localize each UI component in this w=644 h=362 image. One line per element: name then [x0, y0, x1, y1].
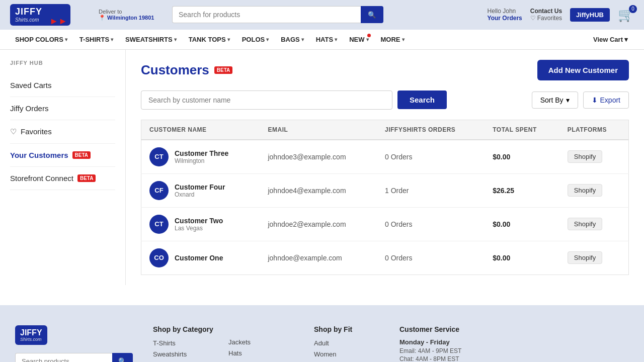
main-layout: JIFFY HUB Saved Carts Jiffy Orders ♡ Fav… [0, 50, 644, 285]
customer-name-cell[interactable]: CT Customer Two Las Vegas [141, 207, 260, 241]
search-row: Search Sort By ▾ ⬇ Export [141, 90, 629, 110]
sidebar-item-saved-carts[interactable]: Saved Carts [10, 74, 115, 97]
weekday-label: Monday - Friday [399, 338, 500, 346]
download-icon: ⬇ [592, 96, 598, 104]
footer-search-input[interactable] [15, 353, 112, 362]
your-orders-link[interactable]: Your Orders [488, 15, 522, 22]
deliver-location[interactable]: 📍Wilmington 19801 [99, 15, 164, 21]
sidebar-item-your-customers[interactable]: Your Customers BETA [10, 144, 115, 167]
deliver-label: Deliver to [99, 9, 164, 15]
customer-name: Customer One [175, 254, 223, 262]
customer-platform-cell: Shopify [559, 140, 629, 174]
customer-name-cell[interactable]: CF Customer Four Oxnard [141, 173, 260, 207]
col-orders: JIFFYSHIRTS ORDERS [377, 120, 485, 140]
nav-new[interactable]: NEW ▾ [344, 30, 373, 49]
add-new-customer-button[interactable]: Add New Customer [537, 60, 629, 80]
customer-avatar: CT [149, 215, 169, 234]
customer-search-input[interactable] [141, 90, 392, 110]
new-dot-indicator [367, 34, 371, 37]
customer-orders-cell: 0 Orders [377, 207, 485, 241]
beta-badge: BETA [77, 174, 96, 182]
sidebar-item-storefront-connect[interactable]: Storefront Connect BETA [10, 167, 115, 190]
header-search-bar: 🔍 [172, 6, 383, 23]
customer-city: Las Vegas [175, 225, 223, 232]
weekday-email: Email: 4AM - 9PM EST [399, 347, 500, 354]
sidebar-item-label: Favorites [21, 127, 52, 136]
customer-city: Wilmington [175, 157, 228, 164]
beta-badge: BETA [72, 151, 91, 159]
nav-tank-tops[interactable]: TANK TOPS ▾ [184, 30, 235, 49]
table-row: CF Customer Four Oxnard johndoe4@example… [141, 173, 629, 207]
footer-link-jackets[interactable]: Jackets [228, 338, 294, 346]
cart-area[interactable]: 🛒 0 [618, 7, 634, 23]
chevron-down-icon: ▾ [366, 37, 369, 42]
export-button[interactable]: ⬇ Export [583, 92, 629, 109]
nav-tshirts[interactable]: T-SHIRTS ▾ [74, 30, 118, 49]
footer-link-women[interactable]: Women [314, 350, 379, 358]
customer-orders-cell: 1 Order [377, 173, 485, 207]
logo-area: JIFFY Shirts.com ►► [10, 4, 91, 26]
view-cart-button[interactable]: View Cart ▾ [587, 31, 634, 48]
customer-name-cell[interactable]: CO Customer One [141, 241, 260, 275]
customer-avatar: CO [149, 248, 169, 267]
sidebar-item-label: Jiffy Orders [10, 104, 48, 113]
footer-link-tshirts[interactable]: T-Shirts [153, 339, 218, 347]
chevron-down-icon: ▾ [266, 37, 269, 42]
header-right: Hello John Your Orders Contact Us ♡ Favo… [488, 7, 634, 23]
sidebar-hub-label: JIFFY HUB [10, 60, 115, 66]
chevron-down-icon: ▾ [335, 37, 337, 42]
chevron-down-icon: ▾ [624, 36, 628, 43]
favorites-link[interactable]: ♡ Favorites [530, 15, 562, 22]
footer-logo-col: JIFFY Shirts.com 🔍 Follow us on Social [15, 325, 133, 362]
header-search-button[interactable]: 🔍 [361, 6, 383, 23]
customer-email-cell: johndoe@example.com [260, 241, 377, 275]
sort-by-button[interactable]: Sort By ▾ [532, 92, 578, 109]
col-email: EMAIL [260, 120, 377, 140]
platform-badge[interactable]: Shopify [568, 218, 602, 230]
customer-avatar: CT [149, 147, 169, 166]
footer-top: JIFFY Shirts.com 🔍 Follow us on Social S… [15, 325, 629, 362]
nav-more[interactable]: MORE ▾ [376, 30, 410, 49]
footer-category-col: Shop by Category T-Shirts Sweatshirts Pa… [153, 325, 218, 362]
cart-badge: 0 [629, 5, 637, 13]
footer-search-button[interactable]: 🔍 [112, 353, 133, 362]
table-row: CT Customer Two Las Vegas johndoe2@examp… [141, 207, 629, 241]
sort-export-area: Sort By ▾ ⬇ Export [532, 92, 629, 109]
footer-category-col2: Jackets Hats Tank Tops Towels Aprons Bla… [228, 338, 294, 362]
table-header-row: CUSTOMER NAME EMAIL JIFFYSHIRTS ORDERS T… [141, 120, 629, 140]
nav-hats[interactable]: HATS ▾ [311, 30, 342, 49]
nav-polos[interactable]: POLOS ▾ [237, 30, 274, 49]
jiffy-hub-button[interactable]: JiffyHUB [570, 8, 610, 22]
customer-total-cell: $26.25 [485, 173, 559, 207]
customer-search-button[interactable]: Search [397, 90, 447, 109]
chevron-down-icon: ▾ [227, 37, 230, 42]
nav-bags[interactable]: BAGS ▾ [276, 30, 309, 49]
deliver-area: Deliver to 📍Wilmington 19801 [99, 9, 164, 21]
contact-us-label[interactable]: Contact Us [530, 8, 562, 15]
customer-name-cell[interactable]: CT Customer Three Wilmington [141, 140, 260, 174]
footer-link-adult[interactable]: Adult [314, 339, 379, 347]
platform-badge[interactable]: Shopify [568, 150, 602, 163]
chevron-down-icon: ▾ [301, 37, 304, 42]
sidebar-item-jiffy-orders[interactable]: Jiffy Orders [10, 97, 115, 120]
footer-link-sweatshirts[interactable]: Sweatshirts [153, 350, 218, 358]
content-header: Customers BETA Add New Customer [141, 60, 629, 80]
user-area: Hello John Your Orders [488, 8, 522, 22]
sidebar-item-favorites[interactable]: ♡ Favorites [10, 120, 115, 144]
chevron-down-icon: ▾ [65, 37, 67, 42]
sidebar-item-label: Storefront Connect [10, 174, 73, 183]
customer-total-cell: $0.00 [485, 207, 559, 241]
nav-shop-colors[interactable]: SHOP COLORS ▾ [10, 30, 72, 49]
col-customer-name: CUSTOMER NAME [141, 120, 260, 140]
nav-sweatshirts[interactable]: SWEATSHIRTS ▾ [120, 30, 182, 49]
customer-total-cell: $0.00 [485, 241, 559, 275]
sidebar: JIFFY HUB Saved Carts Jiffy Orders ♡ Fav… [0, 50, 126, 285]
customer-platform-cell: Shopify [559, 173, 629, 207]
footer-link-hats[interactable]: Hats [228, 349, 294, 357]
platform-badge[interactable]: Shopify [568, 251, 602, 264]
platform-badge[interactable]: Shopify [568, 184, 602, 197]
header-search-input[interactable] [172, 6, 361, 23]
customer-city: Oxnard [175, 191, 225, 198]
customer-service-heading: Customer Service [399, 325, 500, 333]
footer-search-bar: 🔍 [15, 353, 133, 362]
